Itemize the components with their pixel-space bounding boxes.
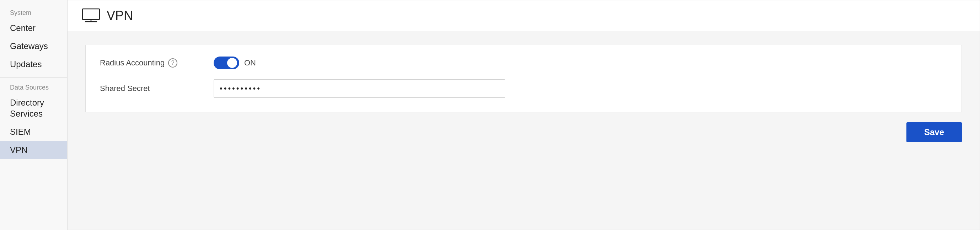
sidebar-item-siem[interactable]: SIEM xyxy=(0,123,67,141)
sidebar-item-gateways-label: Gateways xyxy=(10,41,48,51)
shared-secret-input[interactable] xyxy=(214,79,505,98)
sidebar-item-vpn-label: VPN xyxy=(10,145,27,155)
main-content: VPN Radius Accounting ? ON Shared Secre xyxy=(68,0,980,230)
shared-secret-row: Shared Secret xyxy=(100,79,947,98)
radius-accounting-toggle-state-label: ON xyxy=(244,58,256,68)
toggle-knob xyxy=(227,58,237,68)
radius-accounting-toggle[interactable] xyxy=(214,57,239,69)
monitor-icon xyxy=(82,8,100,23)
page-title: VPN xyxy=(107,8,133,23)
sidebar-item-directory-services[interactable]: Directory Services xyxy=(0,94,67,123)
shared-secret-label: Shared Secret xyxy=(100,84,214,93)
svg-rect-0 xyxy=(83,9,100,19)
form-section: Radius Accounting ? ON Shared Secret xyxy=(85,45,962,112)
system-section-label: System xyxy=(0,6,67,19)
radius-accounting-toggle-container: ON xyxy=(214,57,256,69)
save-button-container: Save xyxy=(85,122,962,142)
sidebar-divider xyxy=(0,77,67,78)
sidebar-item-siem-label: SIEM xyxy=(10,127,31,136)
save-button[interactable]: Save xyxy=(907,122,962,142)
page-body: Radius Accounting ? ON Shared Secret Sav… xyxy=(68,31,980,230)
sidebar-item-updates-label: Updates xyxy=(10,59,41,69)
sidebar: System Center Gateways Updates Data Sour… xyxy=(0,0,68,230)
radius-accounting-label: Radius Accounting ? xyxy=(100,58,214,68)
radius-accounting-row: Radius Accounting ? ON xyxy=(100,57,947,69)
datasources-section-label: Data Sources xyxy=(0,81,67,94)
sidebar-item-directory-services-label: Directory Services xyxy=(10,98,44,118)
radius-accounting-help-icon[interactable]: ? xyxy=(168,58,177,68)
sidebar-item-center-label: Center xyxy=(10,23,35,33)
sidebar-item-updates[interactable]: Updates xyxy=(0,55,67,73)
sidebar-item-center[interactable]: Center xyxy=(0,19,67,37)
sidebar-item-gateways[interactable]: Gateways xyxy=(0,37,67,55)
sidebar-item-vpn[interactable]: VPN xyxy=(0,141,67,159)
page-header: VPN xyxy=(68,0,980,31)
